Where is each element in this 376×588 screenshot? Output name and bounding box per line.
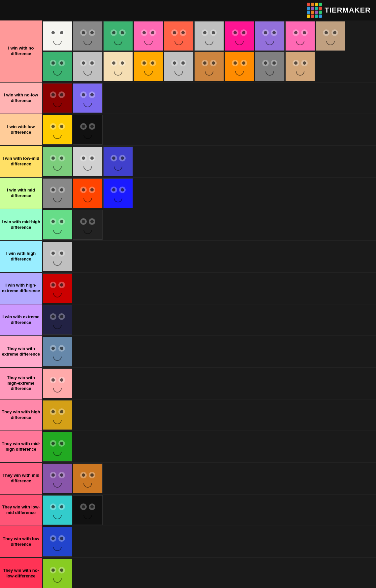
tier-item[interactable]	[43, 83, 72, 113]
tier-item[interactable]	[73, 495, 103, 525]
character-image	[134, 21, 163, 51]
tier-item[interactable]	[73, 115, 103, 145]
tier-item[interactable]	[134, 52, 163, 81]
tier-item[interactable]	[73, 178, 103, 208]
tier-item[interactable]	[73, 21, 103, 51]
character-image	[73, 178, 103, 208]
tier-label: They win with mid-high difference	[0, 431, 42, 462]
tier-item[interactable]	[43, 178, 72, 208]
character-image	[134, 52, 163, 81]
character-image	[225, 52, 254, 81]
tier-item[interactable]	[194, 52, 224, 81]
tiermaker-logo: TiERMaKeR	[307, 3, 371, 18]
tier-item[interactable]	[255, 52, 285, 81]
tier-row: They win with no-low-difference	[0, 558, 376, 588]
tier-item[interactable]	[103, 52, 133, 81]
tier-item[interactable]	[43, 495, 72, 525]
tier-item[interactable]	[73, 464, 103, 493]
tier-items	[42, 463, 376, 494]
tier-item[interactable]	[43, 305, 72, 335]
tier-label: They win with high difference	[0, 399, 42, 431]
tier-items	[42, 114, 376, 145]
character-image	[73, 52, 103, 81]
tier-item[interactable]	[43, 115, 72, 145]
tier-items	[42, 20, 376, 82]
tier-items	[42, 146, 376, 177]
tier-items	[42, 399, 376, 431]
tier-item[interactable]	[285, 52, 315, 81]
tier-item[interactable]	[164, 52, 194, 81]
tier-item[interactable]	[43, 527, 72, 557]
character-image	[73, 210, 103, 240]
tier-label: I win with mid difference	[0, 178, 42, 209]
tier-item[interactable]	[43, 432, 72, 462]
tier-item[interactable]	[43, 273, 72, 303]
character-image	[164, 21, 194, 51]
header: TiERMaKeR	[0, 0, 376, 20]
tier-item[interactable]	[255, 21, 285, 51]
tier-item[interactable]	[316, 21, 345, 51]
tier-item[interactable]	[43, 52, 72, 81]
tier-row: I win with high difference	[0, 241, 376, 273]
tier-row: I win with low-mid difference	[0, 146, 376, 178]
tier-item[interactable]	[103, 21, 133, 51]
tier-items	[42, 368, 376, 399]
character-image	[255, 21, 285, 51]
character-image	[194, 52, 224, 81]
character-image	[43, 368, 72, 398]
tier-row: They win with mid difference	[0, 463, 376, 495]
tier-item[interactable]	[43, 400, 72, 430]
character-image	[43, 432, 72, 462]
tier-items	[42, 558, 376, 588]
tier-label: I win with low difference	[0, 114, 42, 145]
character-image	[103, 21, 133, 51]
tier-items	[42, 273, 376, 304]
tier-item[interactable]	[73, 147, 103, 176]
tier-list: I win with no differenceI win with no-lo…	[0, 20, 376, 588]
tier-item[interactable]	[43, 242, 72, 271]
tier-label: I win with high difference	[0, 241, 42, 272]
tier-items	[42, 241, 376, 272]
tier-items	[42, 336, 376, 367]
character-image	[43, 178, 72, 208]
character-image	[164, 52, 194, 81]
character-image	[43, 273, 72, 303]
tier-label: I win with no-low difference	[0, 83, 42, 114]
character-image	[194, 21, 224, 51]
character-image	[43, 210, 72, 240]
tier-item[interactable]	[73, 210, 103, 240]
tier-item[interactable]	[103, 178, 133, 208]
tier-item[interactable]	[194, 21, 224, 51]
character-image	[73, 115, 103, 145]
tier-item[interactable]	[43, 559, 72, 588]
tier-item[interactable]	[73, 83, 103, 113]
tier-item[interactable]	[43, 210, 72, 240]
tier-item[interactable]	[43, 337, 72, 366]
tier-item[interactable]	[164, 21, 194, 51]
tier-items	[42, 526, 376, 557]
tier-item[interactable]	[134, 21, 163, 51]
character-image	[285, 52, 315, 81]
tier-item[interactable]	[225, 52, 254, 81]
tier-item[interactable]	[43, 147, 72, 176]
tier-item[interactable]	[43, 368, 72, 398]
tier-item[interactable]	[43, 21, 72, 51]
tier-item[interactable]	[225, 21, 254, 51]
character-image	[103, 52, 133, 81]
tier-item[interactable]	[73, 52, 103, 81]
character-image	[43, 495, 72, 525]
character-image	[73, 495, 103, 525]
tier-label: They win with mid difference	[0, 463, 42, 494]
character-image	[43, 527, 72, 557]
tier-label: They win with low difference	[0, 526, 42, 557]
character-image	[73, 83, 103, 113]
tier-item[interactable]	[103, 147, 133, 176]
tier-row: I win with high-extreme difference	[0, 273, 376, 304]
tier-row: They win with extreme difference	[0, 336, 376, 368]
tier-item[interactable]	[285, 21, 315, 51]
tier-label: They win with high-extreme difference	[0, 368, 42, 399]
character-image	[43, 21, 72, 51]
character-image	[73, 147, 103, 176]
character-image	[255, 52, 285, 81]
tier-item[interactable]	[43, 464, 72, 493]
